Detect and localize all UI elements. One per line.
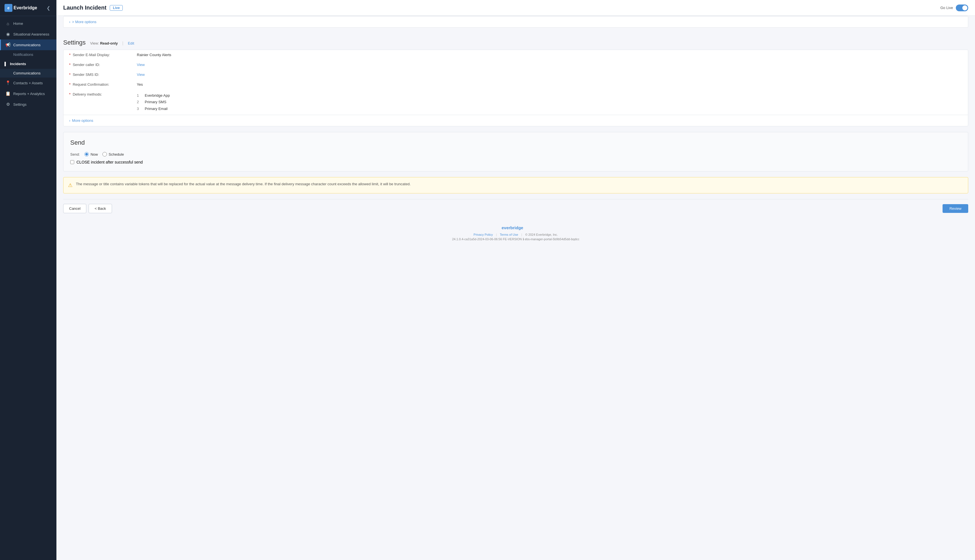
table-row: * Sender E-Mail Display: Rainier County … <box>63 50 968 60</box>
logo-text: Everbridge <box>13 5 37 10</box>
warning-text: The message or title contains variable t… <box>76 181 411 187</box>
more-options-top[interactable]: › > More options <box>63 16 968 27</box>
sidebar-item-label: Situational Awareness <box>13 32 49 37</box>
app-logo: e Everbridge <box>5 4 37 12</box>
send-now-radio[interactable] <box>84 152 89 157</box>
sidebar-item-settings[interactable]: ⚙ Settings <box>0 99 57 110</box>
privacy-policy-link[interactable]: Privacy Policy <box>474 233 493 236</box>
settings-table: * Sender E-Mail Display: Rainier County … <box>63 50 968 115</box>
sidebar-item-situational-awareness[interactable]: ◉ Situational Awareness <box>0 29 57 40</box>
warning-box: ⚠ The message or title contains variable… <box>63 177 968 193</box>
sidebar-item-communications-sub[interactable]: Communications <box>0 69 57 78</box>
send-title: Send <box>70 139 961 146</box>
more-options-bottom[interactable]: › More options <box>63 115 968 126</box>
chevron-right-icon: › <box>69 20 70 24</box>
back-button[interactable]: < Back <box>88 204 112 213</box>
field-label-sender-email: * Sender E-Mail Display: <box>63 50 131 60</box>
send-schedule-option[interactable]: Schedule <box>102 152 124 157</box>
copyright-text: © 2024 Everbridge, Inc. <box>525 233 558 236</box>
sidebar-item-home[interactable]: ⌂ Home <box>0 18 57 29</box>
footer-actions: Cancel < Back Review <box>63 199 968 213</box>
send-label: Send: <box>70 152 80 157</box>
more-options-card-top: › > More options <box>63 16 968 28</box>
cancel-button[interactable]: Cancel <box>63 204 86 213</box>
sidebar-navigation: ⌂ Home ◉ Situational Awareness 📢 Communi… <box>0 16 57 560</box>
header-left: Launch Incident Live <box>63 5 123 11</box>
table-row: * Delivery methods: 1 Everbridge App 2 P… <box>63 89 968 115</box>
separator: | <box>122 41 124 45</box>
communications-icon: 📢 <box>5 42 10 47</box>
footer-logo: everbridge <box>68 225 964 232</box>
sidebar-item-notifications[interactable]: Notifications <box>0 50 57 59</box>
close-incident-row: CLOSE incident after successful send <box>70 160 961 164</box>
sidebar-item-label: Reports + Analytics <box>13 92 45 96</box>
sidebar-item-reports-analytics[interactable]: 📋 Reports + Analytics <box>0 88 57 99</box>
footer-links: Privacy Policy | Terms of Use | © 2024 E… <box>68 233 964 236</box>
reports-icon: 📋 <box>5 91 10 96</box>
delivery-text-3: Primary Email <box>145 105 168 112</box>
sidebar-item-incidents[interactable]: ▌ Incidents <box>0 59 57 69</box>
field-value-sender-email: Rainier County Alerts <box>131 50 968 60</box>
sidebar-item-communications[interactable]: 📢 Communications <box>0 40 57 50</box>
required-marker: * <box>69 92 70 97</box>
collapse-sidebar-button[interactable]: ❮ <box>45 5 52 11</box>
delivery-num-2: 2 <box>137 99 141 105</box>
settings-header: Settings View: Read-only | Edit <box>63 33 968 50</box>
field-label-request-confirmation: * Request Confirmation: <box>63 80 131 89</box>
more-options-label: > More options <box>72 20 96 24</box>
field-label-delivery-methods: * Delivery methods: <box>63 89 131 115</box>
live-badge: Live <box>110 5 123 11</box>
delivery-method-3: 3 Primary Email <box>137 105 962 112</box>
edit-link[interactable]: Edit <box>128 41 134 45</box>
communications-sub-label: Communications <box>13 71 41 75</box>
header-right: Go Live <box>940 5 968 11</box>
view-caller-id-link[interactable]: View <box>137 63 145 67</box>
page-title: Launch Incident <box>63 5 106 11</box>
field-value-delivery-methods: 1 Everbridge App 2 Primary SMS 3 Primary… <box>131 89 968 115</box>
view-label: View: Read-only <box>90 41 118 45</box>
table-row: * Sender caller ID: View <box>63 60 968 70</box>
incidents-icon: ▌ <box>5 62 7 66</box>
go-live-label: Go Live <box>940 6 953 10</box>
footer-left-buttons: Cancel < Back <box>63 204 112 213</box>
review-button[interactable]: Review <box>943 204 968 213</box>
terms-of-use-link[interactable]: Terms of Use <box>500 233 518 236</box>
field-value-sender-caller-id: View <box>131 60 968 70</box>
send-row: Send: Now Schedule <box>70 152 961 157</box>
settings-card: * Sender E-Mail Display: Rainier County … <box>63 50 968 126</box>
delivery-num-3: 3 <box>137 105 141 112</box>
table-row: * Sender SMS ID: View <box>63 70 968 80</box>
page-header: Launch Incident Live Go Live <box>57 0 975 16</box>
send-schedule-label: Schedule <box>109 152 124 157</box>
send-radio-group: Now Schedule <box>84 152 124 157</box>
sidebar: e Everbridge ❮ ⌂ Home ◉ Situational Awar… <box>0 0 57 560</box>
svg-text:everbridge: everbridge <box>502 225 523 230</box>
sidebar-item-label: Settings <box>13 102 27 107</box>
sidebar-item-contacts-assets[interactable]: 📍 Contacts + Assets <box>0 78 57 88</box>
required-marker: * <box>69 53 70 57</box>
send-now-option[interactable]: Now <box>84 152 98 157</box>
view-sms-id-link[interactable]: View <box>137 72 145 77</box>
home-icon: ⌂ <box>5 21 10 26</box>
go-live-toggle[interactable] <box>956 5 968 11</box>
send-section: Send Send: Now Schedule CLOSE incident a <box>63 132 968 172</box>
page-footer: everbridge Privacy Policy | Terms of Use… <box>63 220 968 246</box>
logo-mark: e <box>5 4 12 12</box>
field-value-sender-sms-id: View <box>131 70 968 80</box>
sidebar-logo: e Everbridge ❮ <box>0 0 57 16</box>
field-value-request-confirmation: Yes <box>131 80 968 89</box>
sidebar-item-label: Communications <box>13 43 41 47</box>
main-content: Launch Incident Live Go Live › > More op… <box>57 0 975 560</box>
sidebar-item-label: Home <box>13 22 23 26</box>
send-schedule-radio[interactable] <box>102 152 107 157</box>
footer-logo-svg: everbridge <box>502 225 530 231</box>
situational-awareness-icon: ◉ <box>5 32 10 37</box>
settings-title: Settings <box>63 39 86 46</box>
settings-icon: ⚙ <box>5 102 10 107</box>
close-incident-checkbox[interactable] <box>70 160 74 164</box>
delivery-num-1: 1 <box>137 92 141 99</box>
sidebar-item-label: Contacts + Assets <box>13 81 43 85</box>
chevron-right-icon-bottom: › <box>69 118 70 123</box>
field-label-sender-caller-id: * Sender caller ID: <box>63 60 131 70</box>
warning-icon: ⚠ <box>68 182 72 189</box>
